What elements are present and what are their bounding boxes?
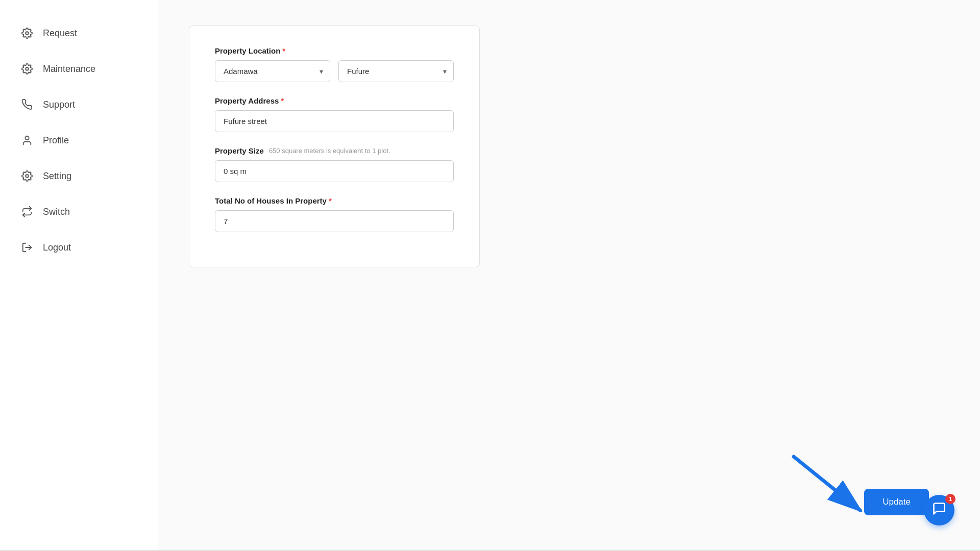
property-address-group: Property Address * bbox=[215, 96, 454, 132]
switch-icon bbox=[20, 205, 34, 218]
svg-line-6 bbox=[794, 457, 860, 510]
property-size-input[interactable] bbox=[215, 160, 454, 182]
sidebar-item-request[interactable]: Request bbox=[0, 15, 158, 51]
sidebar-item-maintenance[interactable]: Maintenance bbox=[0, 51, 158, 87]
property-location-label: Property Location * bbox=[215, 46, 454, 55]
total-houses-required: * bbox=[329, 196, 332, 205]
logout-icon bbox=[20, 241, 34, 254]
lga-select[interactable]: Fufure bbox=[338, 60, 454, 82]
state-select[interactable]: Adamawa bbox=[215, 60, 330, 82]
sidebar-item-maintenance-label: Maintenance bbox=[43, 64, 95, 74]
chat-badge: 1 bbox=[945, 494, 955, 504]
support-icon bbox=[20, 98, 34, 111]
state-select-wrapper: Adamawa ▾ bbox=[215, 60, 330, 82]
property-address-label: Property Address * bbox=[215, 96, 454, 105]
lga-select-wrapper: Fufure ▾ bbox=[338, 60, 454, 82]
property-size-hint: 650 square meters is equivalent to 1 plo… bbox=[269, 147, 390, 155]
property-size-label: Property Size 650 square meters is equiv… bbox=[215, 146, 454, 155]
property-form-card: Property Location * Adamawa ▾ Fufure ▾ bbox=[189, 26, 480, 267]
request-icon bbox=[20, 27, 34, 40]
main-content: Property Location * Adamawa ▾ Fufure ▾ bbox=[158, 0, 980, 551]
property-location-required: * bbox=[282, 46, 285, 55]
chat-icon bbox=[932, 502, 946, 519]
total-houses-group: Total No of Houses In Property * bbox=[215, 196, 454, 232]
profile-icon bbox=[20, 134, 34, 147]
sidebar-item-switch[interactable]: Switch bbox=[0, 194, 158, 230]
property-address-required: * bbox=[281, 96, 284, 105]
property-location-group: Property Location * Adamawa ▾ Fufure ▾ bbox=[215, 46, 454, 82]
maintenance-icon bbox=[20, 62, 34, 76]
property-address-input[interactable] bbox=[215, 110, 454, 132]
sidebar-item-request-label: Request bbox=[43, 28, 77, 39]
svg-point-3 bbox=[26, 174, 29, 178]
sidebar-item-logout[interactable]: Logout bbox=[0, 230, 158, 265]
sidebar-item-logout-label: Logout bbox=[43, 242, 71, 253]
svg-point-1 bbox=[26, 67, 29, 70]
sidebar-item-setting[interactable]: Setting bbox=[0, 158, 158, 194]
total-houses-label: Total No of Houses In Property * bbox=[215, 196, 454, 205]
sidebar: Request Maintenance Support Profile bbox=[0, 0, 158, 551]
update-button[interactable]: Update bbox=[864, 489, 929, 515]
property-size-group: Property Size 650 square meters is equiv… bbox=[215, 146, 454, 182]
svg-point-2 bbox=[25, 136, 29, 140]
sidebar-item-switch-label: Switch bbox=[43, 207, 70, 217]
sidebar-item-profile-label: Profile bbox=[43, 135, 69, 146]
setting-icon bbox=[20, 169, 34, 183]
svg-point-0 bbox=[26, 32, 29, 35]
sidebar-item-profile[interactable]: Profile bbox=[0, 122, 158, 158]
total-houses-input[interactable] bbox=[215, 210, 454, 232]
sidebar-item-support[interactable]: Support bbox=[0, 87, 158, 122]
sidebar-item-setting-label: Setting bbox=[43, 171, 71, 182]
location-row: Adamawa ▾ Fufure ▾ bbox=[215, 60, 454, 82]
sidebar-item-support-label: Support bbox=[43, 99, 75, 110]
chat-widget[interactable]: 1 bbox=[924, 495, 954, 525]
